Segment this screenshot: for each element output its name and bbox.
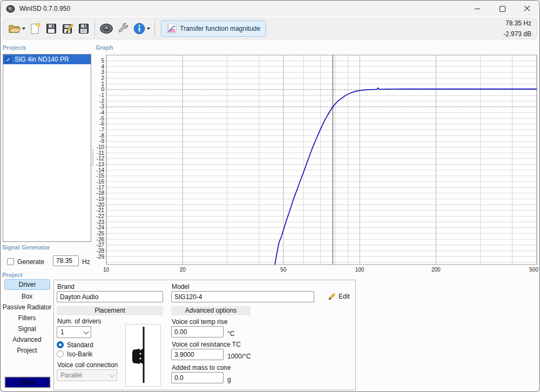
maximize-button[interactable] <box>490 1 515 17</box>
tab-filters[interactable]: Filters <box>2 313 52 323</box>
save-all-button[interactable] <box>76 20 91 37</box>
new-file-icon <box>29 22 42 35</box>
curve-color-button[interactable]: Color <box>5 377 50 388</box>
svg-text:20: 20 <box>180 267 186 273</box>
open-dropdown-arrow-icon <box>22 28 25 30</box>
minimize-button[interactable] <box>465 1 490 17</box>
driver-pane: Brand Model Edit Placement Advanced opti… <box>53 280 356 390</box>
project-section-label: Project <box>2 272 22 278</box>
toolbar-separator <box>154 21 155 36</box>
svg-text:-18: -18 <box>97 190 105 196</box>
speaker-icon <box>99 22 113 35</box>
svg-text:5: 5 <box>101 58 104 64</box>
driver-database-button[interactable] <box>98 20 114 37</box>
placement-section-header[interactable]: Placement <box>57 306 163 315</box>
plot-background <box>106 55 537 265</box>
wrench-icon <box>117 22 130 35</box>
preferences-button[interactable] <box>116 20 131 37</box>
num-drivers-value: 1 <box>60 328 64 336</box>
save-as-button[interactable] <box>60 20 75 37</box>
svg-text:-10: -10 <box>97 144 105 150</box>
voice-coil-resistance-tc-input[interactable] <box>171 349 224 360</box>
signal-generator-section-label: Signal Generator <box>2 244 50 251</box>
signal-frequency-input[interactable] <box>53 255 79 266</box>
radio-icon[interactable] <box>57 350 64 357</box>
projects-list[interactable]: ✓SIG 4in ND140 PR <box>3 54 91 242</box>
voice-coil-temp-rise-label: Voice coil temp rise <box>172 318 227 326</box>
driver-placement-diagram <box>125 324 161 387</box>
floppy-save-icon <box>45 22 58 35</box>
svg-text:-2: -2 <box>99 98 104 104</box>
about-button[interactable] <box>132 20 151 37</box>
svg-text:-27: -27 <box>97 242 105 248</box>
generate-checkbox[interactable] <box>7 258 14 265</box>
panel-splitter-grip[interactable] <box>92 150 93 166</box>
svg-text:0: 0 <box>101 86 104 92</box>
new-project-button[interactable] <box>28 20 43 37</box>
svg-text:-29: -29 <box>97 254 105 260</box>
svg-text:-4: -4 <box>99 110 104 116</box>
svg-text:-22: -22 <box>97 213 105 219</box>
voice-coil-resistance-tc-unit: 1000/°C <box>227 353 251 360</box>
project-item-label: SIG 4in ND140 PR <box>15 56 69 63</box>
tab-advanced[interactable]: Advanced <box>2 334 52 345</box>
chart-icon <box>167 24 177 33</box>
svg-text:-17: -17 <box>97 185 105 191</box>
signal-frequency-unit: Hz <box>82 258 90 266</box>
svg-text:2: 2 <box>101 75 104 81</box>
baffle-speaker-diagram-icon <box>126 325 159 385</box>
num-drivers-select[interactable]: 1 <box>57 326 91 338</box>
open-project-button[interactable] <box>7 20 26 37</box>
voice-coil-connection-label: Voice coil connection <box>57 361 118 369</box>
tab-project[interactable]: Project <box>2 345 52 356</box>
about-dropdown-arrow-icon <box>147 28 150 30</box>
svg-text:-6: -6 <box>99 121 104 127</box>
edit-driver-button[interactable]: Edit <box>328 293 350 300</box>
title-bar: WinISD 0.7.0.950 <box>1 1 539 17</box>
svg-text:-21: -21 <box>97 207 105 213</box>
svg-text:-16: -16 <box>97 179 105 185</box>
cursor-magnitude-readout: -2.973 dB <box>503 30 531 38</box>
close-button[interactable] <box>515 1 539 17</box>
svg-text:-7: -7 <box>99 127 104 133</box>
winisd-window: WinISD 0.7.0.950 <box>0 0 540 392</box>
svg-text:-8: -8 <box>99 133 104 139</box>
svg-text:-1: -1 <box>99 92 104 98</box>
chevron-down-icon <box>109 371 115 377</box>
brand-input[interactable] <box>57 291 163 302</box>
cursor-frequency-readout: 78.35 Hz <box>505 19 531 27</box>
advanced-options-section-header[interactable]: Advanced options <box>171 306 251 315</box>
info-icon <box>133 22 146 35</box>
close-icon <box>524 5 530 12</box>
mounting-radio-standard[interactable]: Standard <box>57 341 93 349</box>
save-button[interactable] <box>44 20 59 37</box>
voice-coil-connection-select: Parallel <box>57 369 117 381</box>
mounting-radio-iso-barik[interactable]: Iso-Barik <box>57 350 92 358</box>
pencil-icon <box>328 293 336 300</box>
svg-text:-9: -9 <box>99 138 104 144</box>
floppy-pencil-icon <box>61 22 74 35</box>
svg-text:-23: -23 <box>97 219 105 225</box>
tab-passive-radiator[interactable]: Passive Radiator <box>2 302 52 313</box>
radio-icon[interactable] <box>57 341 64 348</box>
svg-text:-26: -26 <box>97 236 105 242</box>
num-drivers-label: Num. of drivers <box>57 317 101 325</box>
voice-coil-connection-value: Parallel <box>60 371 82 379</box>
model-input[interactable] <box>171 291 314 302</box>
projects-section-label: Projects <box>3 44 26 51</box>
project-visible-checkbox[interactable]: ✓ <box>5 56 12 63</box>
svg-text:4: 4 <box>101 64 104 70</box>
svg-text:500: 500 <box>529 267 538 273</box>
added-mass-input[interactable] <box>171 372 224 383</box>
radio-label: Iso-Barik <box>67 350 92 358</box>
graph-canvas[interactable]: 543210-1-2-3-4-5-6-7-8-9-10-11-12-13-14-… <box>96 51 540 275</box>
radio-label: Standard <box>67 341 93 349</box>
tab-signal[interactable]: Signal <box>2 323 52 334</box>
project-list-item[interactable]: ✓SIG 4in ND140 PR <box>3 55 91 64</box>
tab-box[interactable]: Box <box>2 291 52 302</box>
voice-coil-temp-rise-input[interactable] <box>171 326 224 337</box>
cursor-readouts: 78.35 Hz -2.973 dB <box>503 19 534 38</box>
tab-driver[interactable]: Driver <box>4 279 50 290</box>
view-selector-button[interactable]: Transfer function magnitude <box>161 21 266 37</box>
curve-color-button-label: Color <box>20 379 36 386</box>
